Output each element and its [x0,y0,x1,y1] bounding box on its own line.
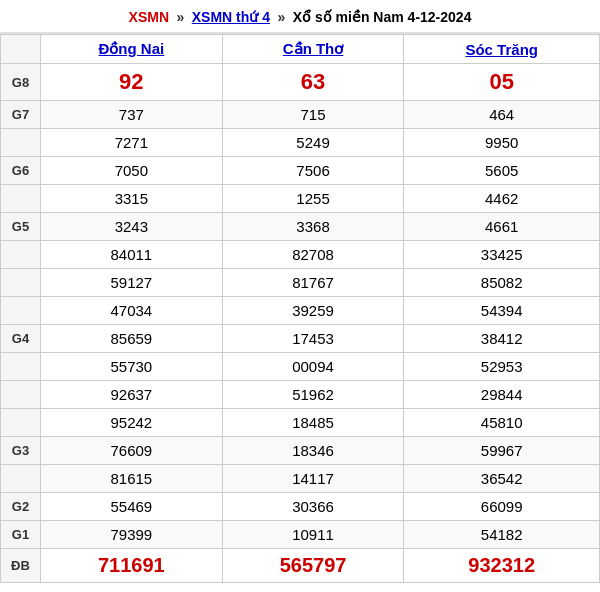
g4-v3-1: 33425 [404,241,600,269]
prize-g1-row: G1 79399 10911 54182 [1,521,600,549]
g3-v3-1: 59967 [404,437,600,465]
lottery-table: Đồng Nai Cần Thơ Sóc Trăng G8 92 63 05 G… [0,34,600,583]
g4-v2-2: 81767 [222,269,404,297]
g3-v1-2: 81615 [41,465,223,493]
g4-v2-5: 00094 [222,353,404,381]
g4-label-empty1 [1,241,41,269]
g8-v3: 05 [404,64,600,101]
g6-label-empty3 [1,185,41,213]
prize-g5-row: G5 3243 3368 4661 [1,213,600,241]
thu4-link[interactable]: XSMN thứ 4 [192,9,270,25]
g4-label-empty6 [1,381,41,409]
col-can-tho: Cần Thơ [222,35,404,64]
g4-v3-4: 38412 [404,325,600,353]
g8-v1: 92 [41,64,223,101]
g3-v1-1: 76609 [41,437,223,465]
g4-v1-7: 95242 [41,409,223,437]
g6-label: G6 [1,157,41,185]
prize-g3-row2: 81615 14117 36542 [1,465,600,493]
prize-g3-row1: G3 76609 18346 59967 [1,437,600,465]
col-dong-nai: Đồng Nai [41,35,223,64]
prize-g6-row3: 3315 1255 4462 [1,185,600,213]
g4-label-empty5 [1,353,41,381]
arrow2: » [277,9,285,25]
g6-v1-3: 3315 [41,185,223,213]
g6-v3-1: 9950 [404,129,600,157]
g4-v2-3: 39259 [222,297,404,325]
g2-label: G2 [1,493,41,521]
g5-v2: 3368 [222,213,404,241]
empty-header [1,35,41,64]
g4-v1-3: 47034 [41,297,223,325]
prize-g4-row5: 55730 00094 52953 [1,353,600,381]
prize-g4-row2: 59127 81767 85082 [1,269,600,297]
prize-g6-row2: G6 7050 7506 5605 [1,157,600,185]
g5-v3: 4661 [404,213,600,241]
g4-v1-1: 84011 [41,241,223,269]
g4-v1-2: 59127 [41,269,223,297]
g1-v2: 10911 [222,521,404,549]
g4-v2-6: 51962 [222,381,404,409]
g6-v2-2: 7506 [222,157,404,185]
db-v2: 565797 [222,549,404,583]
g2-v2: 30366 [222,493,404,521]
g2-v3: 66099 [404,493,600,521]
g6-v3-3: 4462 [404,185,600,213]
g3-label: G3 [1,437,41,465]
g1-v3: 54182 [404,521,600,549]
g6-v2-3: 1255 [222,185,404,213]
g2-v1: 55469 [41,493,223,521]
g4-label-empty2 [1,269,41,297]
g4-v3-2: 85082 [404,269,600,297]
prize-g4-row3: 47034 39259 54394 [1,297,600,325]
col-soc-trang: Sóc Trăng [404,35,600,64]
db-v1: 711691 [41,549,223,583]
xsmn-link[interactable]: XSMN [129,9,169,25]
g4-v3-6: 29844 [404,381,600,409]
prize-g4-row1: 84011 82708 33425 [1,241,600,269]
g4-v2-1: 82708 [222,241,404,269]
g3-v2-1: 18346 [222,437,404,465]
g5-v1: 3243 [41,213,223,241]
prize-g2-row: G2 55469 30366 66099 [1,493,600,521]
prize-db-row: ĐB 711691 565797 932312 [1,549,600,583]
g4-v1-5: 55730 [41,353,223,381]
column-headers: Đồng Nai Cần Thơ Sóc Trăng [1,35,600,64]
page-header: XSMN » XSMN thứ 4 » Xổ số miền Nam 4-12-… [0,0,600,34]
prize-g8-row: G8 92 63 05 [1,64,600,101]
g8-v2: 63 [222,64,404,101]
g6-v1-2: 7050 [41,157,223,185]
g4-v3-3: 54394 [404,297,600,325]
page-title: Xổ số miền Nam 4-12-2024 [293,9,472,25]
g4-v1-6: 92637 [41,381,223,409]
g6-v3-2: 5605 [404,157,600,185]
g1-label: G1 [1,521,41,549]
g4-label: G4 [1,325,41,353]
prize-g7-row: G7 737 715 464 [1,101,600,129]
arrow1: » [176,9,184,25]
g5-label: G5 [1,213,41,241]
db-v3: 932312 [404,549,600,583]
g3-v2-2: 14117 [222,465,404,493]
g8-label: G8 [1,64,41,101]
g7-label: G7 [1,101,41,129]
prize-g4-row7: 95242 18485 45810 [1,409,600,437]
g4-v3-7: 45810 [404,409,600,437]
g6-label-empty1 [1,129,41,157]
g7-v2: 715 [222,101,404,129]
g6-v2-1: 5249 [222,129,404,157]
g7-v1: 737 [41,101,223,129]
prize-g4-row6: 92637 51962 29844 [1,381,600,409]
g4-label-empty3 [1,297,41,325]
g4-v1-4: 85659 [41,325,223,353]
g4-label-empty7 [1,409,41,437]
g3-label-empty2 [1,465,41,493]
prize-g6-row1: 7271 5249 9950 [1,129,600,157]
g3-v3-2: 36542 [404,465,600,493]
g4-v2-7: 18485 [222,409,404,437]
prize-g4-row4: G4 85659 17453 38412 [1,325,600,353]
g7-v3: 464 [404,101,600,129]
g1-v1: 79399 [41,521,223,549]
g4-v3-5: 52953 [404,353,600,381]
db-label: ĐB [1,549,41,583]
